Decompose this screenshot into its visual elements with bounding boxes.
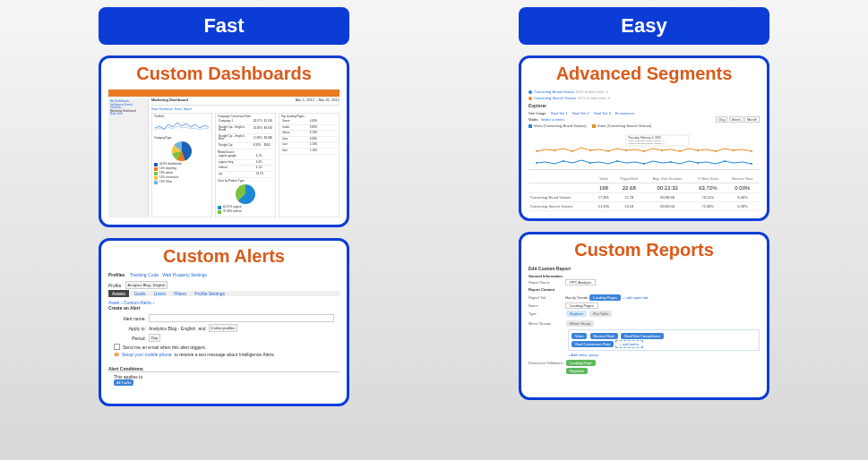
add-metric[interactable]: + add metric	[615, 340, 642, 348]
alert-name-input[interactable]	[149, 314, 334, 322]
svg-point-15	[589, 162, 591, 164]
campaign-widget: Campaign Conversion Rate Campaign 143.57…	[215, 113, 276, 217]
svg-point-17	[643, 163, 645, 165]
svg-point-4	[607, 150, 609, 152]
svg-point-3	[589, 149, 591, 151]
dashboards-title: Custom Dashboards	[108, 64, 339, 84]
segments-screenshot: Converting Brand Visitors 65% of total v…	[529, 89, 760, 211]
dashboards-card: Custom Dashboards My Dashboards Intellig…	[99, 55, 349, 227]
svg-point-5	[625, 149, 627, 151]
dashboards-sidebar: My Dashboards Intelligence Events Shortc…	[108, 98, 149, 217]
svg-point-1	[554, 149, 555, 151]
svg-point-9	[697, 149, 699, 151]
landing-widget: Top Landing Pages /home4.60% /video3.60%…	[279, 113, 339, 217]
add-metric-group[interactable]: + Add metric group	[568, 353, 598, 357]
timeline-widget: Timeline Category/Type 44.6% dashboards …	[151, 113, 212, 217]
close-icon[interactable]: ✕	[607, 96, 610, 100]
svg-point-20	[724, 160, 726, 162]
alerts-card: Custom Alerts Profiles Tracking Code Web…	[99, 238, 349, 406]
svg-point-2	[572, 150, 573, 152]
svg-point-14	[563, 160, 564, 162]
email-checkbox[interactable]	[114, 344, 120, 350]
segments-title: Advanced Segments	[529, 64, 760, 84]
add-report-tab[interactable]: + add report tab	[623, 295, 648, 300]
dashboards-screenshot: My Dashboards Intelligence Events Shortc…	[108, 89, 339, 217]
fast-header: Fast	[99, 7, 349, 45]
alerts-title: Custom Alerts	[108, 246, 339, 267]
reports-title: Custom Reports	[529, 240, 760, 260]
alerts-screenshot: Profiles Tracking Code Web Property Sett…	[108, 272, 339, 385]
svg-point-10	[715, 150, 717, 152]
segments-card: Advanced Segments Converting Brand Visit…	[519, 55, 769, 221]
svg-point-0	[536, 150, 537, 152]
svg-point-12	[751, 150, 752, 152]
segments-table: Visits Pages/Visit Avg. Visit Duration %…	[529, 175, 760, 211]
dash-title: Marketing Dashboard	[151, 98, 188, 103]
svg-text:Visits (Converting Search Visi: Visits (Converting Search Visitors): 3	[628, 142, 665, 145]
svg-point-11	[733, 149, 735, 151]
svg-point-7	[661, 149, 663, 151]
svg-point-21	[751, 163, 752, 165]
svg-point-16	[616, 160, 618, 162]
svg-point-8	[679, 150, 681, 152]
setup-mobile-link[interactable]: Setup your mobile phone	[122, 352, 172, 357]
assets-tab[interactable]: Assets	[108, 290, 129, 297]
profile-select[interactable]: Analytics Blog - English	[125, 281, 168, 289]
date-range: Mar 1, 2012 – Mar 31, 2012	[296, 98, 339, 103]
svg-point-19	[697, 162, 699, 164]
report-name-input[interactable]: PPC Analysis	[565, 279, 596, 285]
other-profiles-select[interactable]: 0 other profiles	[209, 324, 237, 332]
reports-card: Custom Reports Edit Custom Report Genera…	[519, 232, 769, 400]
reports-screenshot: Edit Custom Report General Information R…	[529, 266, 760, 375]
close-icon[interactable]: ✕	[606, 89, 608, 94]
period-select[interactable]: Day	[149, 334, 160, 342]
svg-point-6	[643, 150, 645, 152]
segments-chart: Thursday, February 2, 2012 Visits (Conve…	[529, 133, 760, 170]
svg-point-18	[670, 161, 672, 163]
svg-point-13	[536, 162, 537, 164]
easy-header: Easy	[519, 7, 769, 45]
conditions-target[interactable]: All Traffic	[114, 379, 133, 386]
